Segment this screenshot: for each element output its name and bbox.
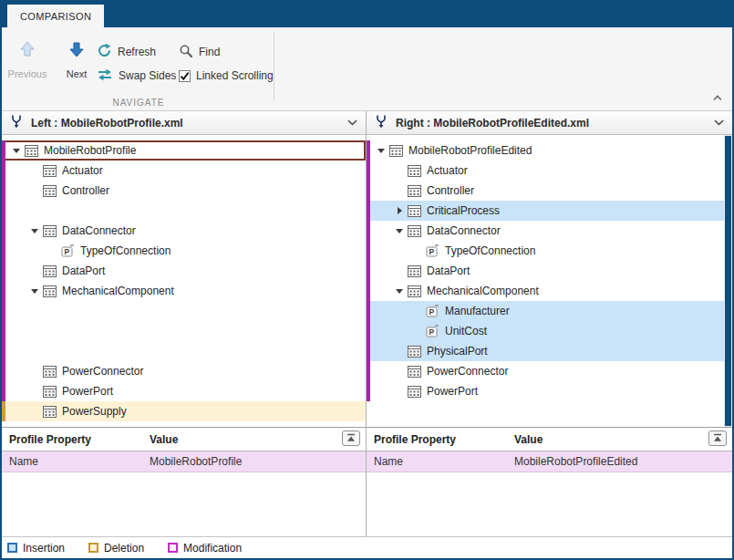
- expander-down-icon[interactable]: [9, 140, 24, 161]
- tree-item[interactable]: Actuator: [2, 161, 366, 181]
- component-icon: [407, 204, 421, 218]
- swap-sides-label: Swap Sides: [119, 69, 176, 82]
- tree-item[interactable]: Actuator: [367, 161, 732, 181]
- linked-scrolling-toggle[interactable]: Linked Scrolling: [179, 67, 274, 84]
- scrollbar-thumb[interactable]: [725, 136, 731, 426]
- tree-item-label: MechanicalComponent: [427, 285, 539, 297]
- expander-slot: [27, 261, 42, 281]
- expander-slot: [392, 381, 407, 401]
- left-property-rows: NameMobileRobotProfile: [2, 451, 366, 472]
- component-icon: [407, 264, 421, 278]
- tree-item[interactable]: PTypeOfConnection: [367, 241, 732, 261]
- next-button[interactable]: Next: [53, 32, 100, 94]
- svg-text:P: P: [429, 327, 434, 337]
- change-bar: [367, 221, 370, 241]
- component-icon: [42, 224, 57, 238]
- expander-down-icon[interactable]: [392, 281, 407, 301]
- right-panel-title: Right : MobileRobotProfileEdited.xml: [396, 117, 705, 130]
- chevron-down-icon[interactable]: [712, 117, 725, 130]
- tree-item-label: MechanicalComponent: [62, 285, 174, 297]
- property-column-header: Profile Property: [367, 433, 514, 446]
- tree-item[interactable]: MechanicalComponent: [2, 281, 366, 301]
- tree-item[interactable]: MechanicalComponent: [367, 281, 732, 301]
- tree-item[interactable]: PUnitCost: [367, 321, 732, 341]
- previous-button[interactable]: Previous: [4, 32, 51, 94]
- tree-item[interactable]: DataPort: [2, 261, 366, 281]
- tree-item[interactable]: DataConnector: [367, 221, 732, 241]
- expander-down-icon[interactable]: [27, 281, 42, 301]
- left-tree: MobileRobotProfileActuatorControllerData…: [2, 135, 366, 427]
- toolbar-separator: [274, 32, 274, 101]
- left-property-header: Profile Property Value: [2, 428, 366, 451]
- left-panel-title: Left : MobileRobotProfile.xml: [31, 117, 338, 130]
- tree-item[interactable]: Controller: [367, 181, 732, 201]
- tree-item[interactable]: PhysicalPort: [367, 341, 732, 361]
- collapse-toolstrip-button[interactable]: [710, 92, 725, 103]
- value-column-header: Value: [150, 433, 366, 446]
- component-icon: [42, 184, 57, 198]
- tree-item-label: Actuator: [427, 164, 468, 177]
- tree-spacer-row: [2, 341, 366, 361]
- collapse-property-panel-button[interactable]: [708, 430, 727, 446]
- tree-item[interactable]: Controller: [2, 181, 366, 201]
- tree-item-label: MobileRobotProfile: [44, 144, 136, 157]
- left-property-panel: Profile Property Value NameMobileRobotPr…: [2, 427, 366, 536]
- left-panel: Left : MobileRobotProfile.xml MobileRobo…: [2, 111, 367, 536]
- linked-scrolling-checkbox[interactable]: [179, 70, 191, 82]
- tree-item-label: PowerConnector: [62, 365, 143, 378]
- right-panel-header[interactable]: Right : MobileRobotProfileEdited.xml: [367, 111, 732, 135]
- find-label: Find: [199, 46, 220, 58]
- change-bar: [367, 321, 370, 341]
- tree-item[interactable]: MobileRobotProfileEdited: [367, 140, 732, 161]
- navigate-section-label: NAVIGATE: [2, 98, 275, 108]
- tree-item[interactable]: PManufacturer: [367, 301, 732, 321]
- deletion-swatch-icon: [88, 543, 98, 553]
- legend-item-deletion: Deletion: [88, 542, 144, 555]
- tab-comparison-label: COMPARISON: [20, 11, 91, 22]
- property-row[interactable]: NameMobileRobotProfile: [2, 451, 366, 472]
- property-column-header: Profile Property: [2, 433, 150, 446]
- expander-right-icon[interactable]: [392, 201, 407, 221]
- tree-item-label: DataPort: [62, 264, 105, 277]
- component-icon: [407, 285, 421, 298]
- expander-slot: [392, 161, 407, 181]
- tree-item[interactable]: DataPort: [367, 261, 732, 281]
- refresh-button[interactable]: Refresh: [97, 44, 156, 60]
- change-bar: [367, 201, 370, 221]
- expander-down-icon[interactable]: [374, 140, 388, 161]
- tree-item[interactable]: PowerPort: [367, 381, 732, 401]
- component-icon: [407, 164, 421, 178]
- component-icon: [42, 285, 57, 298]
- expander-slot: [392, 181, 407, 201]
- tree-item[interactable]: CriticalProcess: [367, 201, 732, 221]
- refresh-label: Refresh: [118, 46, 156, 58]
- swap-sides-button[interactable]: Swap Sides: [97, 67, 176, 84]
- tree-item[interactable]: PowerConnector: [2, 361, 366, 381]
- tab-comparison[interactable]: COMPARISON: [7, 5, 104, 27]
- expander-slot: [392, 341, 407, 361]
- refresh-icon: [97, 43, 112, 61]
- property-row[interactable]: NameMobileRobotProfileEdited: [367, 451, 732, 472]
- tree-item-label: MobileRobotProfileEdited: [408, 144, 532, 157]
- chevron-down-icon[interactable]: [346, 117, 358, 130]
- tree-item-label: PowerConnector: [427, 365, 508, 378]
- expander-down-icon[interactable]: [27, 221, 42, 241]
- tree-item[interactable]: PTypeOfConnection: [2, 241, 366, 261]
- swap-sides-icon: [97, 68, 113, 84]
- tree-item-label: DataConnector: [62, 224, 136, 237]
- tree-item[interactable]: PowerSupply: [2, 401, 366, 421]
- tree-item[interactable]: PowerConnector: [367, 361, 732, 381]
- collapse-property-panel-button[interactable]: [342, 430, 360, 446]
- change-bar: [367, 261, 370, 281]
- left-panel-header[interactable]: Left : MobileRobotProfile.xml: [2, 111, 366, 135]
- tree-item[interactable]: DataConnector: [2, 221, 366, 241]
- svg-text:P: P: [429, 247, 434, 256]
- tree-item-label: TypeOfConnection: [445, 244, 535, 257]
- tree-item[interactable]: PowerPort: [2, 381, 366, 401]
- find-button[interactable]: Find: [179, 44, 220, 60]
- change-bar: [2, 381, 5, 401]
- tree-item[interactable]: MobileRobotProfile: [2, 140, 366, 161]
- expander-down-icon[interactable]: [392, 221, 407, 241]
- right-tree-scrollbar[interactable]: [724, 135, 732, 427]
- property-value-cell: MobileRobotProfileEdited: [514, 455, 732, 468]
